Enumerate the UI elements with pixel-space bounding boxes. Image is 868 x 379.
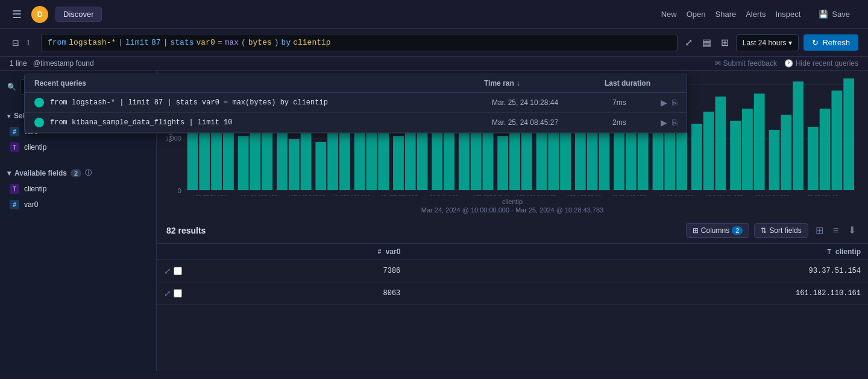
- rq-copy-button-1[interactable]: ⎘: [672, 98, 677, 107]
- svg-rect-12: [250, 129, 261, 190]
- available-field-name-clientip: clientip: [24, 185, 46, 193]
- collapse-button[interactable]: ⊟: [10, 36, 22, 50]
- top-nav-left: ☰ D Discover: [10, 5, 102, 24]
- open-button[interactable]: Open: [687, 10, 706, 19]
- save-icon: 💾: [819, 10, 828, 19]
- rq-col-query-label: Recent queries: [34, 79, 484, 88]
- query-bar-right: ⤢ ▤ ⊞ Last 24 hours ▾ ↻ Refresh: [682, 34, 858, 51]
- table-row: ⤢ 7386 93.37.51.154: [157, 260, 868, 282]
- svg-text:172.227.242.24: 172.227.242.24: [473, 194, 510, 196]
- rq-col-dur-label: Last duration: [605, 79, 677, 88]
- svg-rect-51: [754, 94, 765, 190]
- svg-rect-57: [831, 91, 842, 190]
- time-ran-label: Time ran: [484, 79, 514, 88]
- field-type-icon-var0: #: [10, 127, 19, 136]
- results-header-right: ⊞ Columns 2 ⇅ Sort fields ⊞ ≡ ⬇: [686, 222, 858, 238]
- query-from: from: [48, 38, 66, 47]
- svg-rect-7: [187, 133, 198, 190]
- rq-run-button-1[interactable]: ▶: [661, 98, 667, 107]
- query-input[interactable]: from logstash-* | limit 87 | stats var0 …: [41, 34, 678, 51]
- discover-button[interactable]: Discover: [55, 7, 102, 22]
- available-fields-header[interactable]: ▾ Available fields 2 ⓘ: [0, 165, 156, 181]
- line-number: 1: [27, 39, 36, 47]
- line-count: 1 line: [10, 59, 27, 68]
- row-2-action-group: ⤢: [164, 288, 186, 298]
- sort-fields-label: Sort fields: [769, 226, 801, 235]
- sort-icon: ⇅: [761, 226, 767, 235]
- available-field-clientip[interactable]: T clientip: [0, 181, 156, 197]
- chevron-down-icon: ▾: [788, 39, 792, 47]
- results-header: 82 results ⊞ Columns 2 ⇅ Sort fields ⊞ ≡…: [157, 217, 868, 244]
- new-button[interactable]: New: [661, 10, 677, 19]
- svg-rect-20: [354, 133, 365, 190]
- query-clientip: clientip: [293, 38, 330, 47]
- svg-text:13.32.240.121: 13.32.240.121: [659, 194, 694, 196]
- svg-text:168.131.246.185: 168.131.246.185: [516, 194, 556, 196]
- svg-rect-17: [315, 142, 326, 190]
- query-by: by: [281, 38, 291, 47]
- row-1-actions: ⤢: [157, 260, 193, 282]
- avatar-button[interactable]: D: [31, 6, 48, 23]
- rq-dur-1: 7ms: [612, 98, 661, 107]
- table-header-var0[interactable]: # var0: [193, 244, 407, 260]
- refresh-label: Refresh: [822, 38, 850, 47]
- refresh-icon: ↻: [812, 38, 819, 47]
- hamburger-button[interactable]: ☰: [10, 5, 24, 24]
- time-range-button[interactable]: Last 24 hours ▾: [736, 34, 799, 51]
- avail-type-icon-var0: #: [10, 200, 19, 209]
- available-field-var0[interactable]: # var0: [0, 197, 156, 212]
- svg-text:21.246.4.60: 21.246.4.60: [430, 194, 458, 196]
- rq-copy-button-2[interactable]: ⎘: [672, 118, 677, 127]
- columns-button[interactable]: ⊞ Columns 2: [686, 223, 749, 238]
- row-2-expand-button[interactable]: ⤢: [164, 288, 171, 298]
- svg-text:20.92.121.10: 20.92.121.10: [807, 194, 838, 196]
- recent-queries-dropdown: Recent queries Time ran ↓ Last duration …: [24, 74, 687, 133]
- table-view-button[interactable]: ⊞: [813, 222, 826, 238]
- rq-text-1: from logstash-* | limit 87 | stats var0 …: [50, 98, 492, 107]
- search-icon: 🔍: [7, 83, 16, 91]
- svg-rect-50: [742, 109, 753, 190]
- svg-rect-55: [808, 127, 819, 190]
- sub-bar: 1 line @timestamp found ✉ Submit feedbac…: [0, 57, 868, 71]
- rq-text-2: from kibana_sample_data_flights | limit …: [50, 118, 492, 127]
- recent-queries-header: Recent queries Time ran ↓ Last duration: [25, 74, 687, 93]
- row-2-actions: ⤢: [157, 282, 193, 305]
- rq-run-button-2[interactable]: ▶: [661, 118, 667, 127]
- row-1-clientip: 93.37.51.154: [407, 260, 868, 282]
- submit-feedback-button[interactable]: ✉ Submit feedback: [715, 59, 777, 68]
- var0-col-label: var0: [386, 247, 401, 256]
- hide-recent-queries-button[interactable]: 🕐 Hide recent queries: [784, 59, 858, 68]
- svg-rect-15: [289, 139, 300, 190]
- table-header-clientip[interactable]: T clientip: [407, 244, 868, 260]
- editor-mode-button[interactable]: ▤: [700, 34, 714, 51]
- inspect-button[interactable]: Inspect: [775, 10, 800, 19]
- sort-fields-button[interactable]: ⇅ Sort fields: [754, 223, 808, 238]
- top-nav: ☰ D Discover New Open Share Alerts Inspe…: [0, 0, 868, 29]
- columns-icon: ⊞: [693, 226, 699, 235]
- query-limit: limit: [125, 38, 149, 47]
- share-button[interactable]: Share: [715, 10, 737, 19]
- row-1-expand-button[interactable]: ⤢: [164, 266, 171, 276]
- row-1-checkbox[interactable]: [174, 267, 182, 275]
- timestamp-info: @timestamp found: [33, 59, 94, 68]
- svg-rect-14: [277, 131, 288, 190]
- clock-icon: 🕐: [784, 59, 793, 68]
- field-type-icon-clientip: T: [10, 142, 19, 152]
- recent-query-row-1[interactable]: from logstash-* | limit 87 | stats var0 …: [25, 93, 687, 113]
- query-logstash: logstash-*: [69, 38, 116, 47]
- top-nav-right: New Open Share Alerts Inspect 💾 Save: [661, 6, 858, 22]
- download-button[interactable]: ⬇: [846, 222, 858, 238]
- refresh-button[interactable]: ↻ Refresh: [804, 34, 858, 51]
- row-2-checkbox[interactable]: [174, 289, 182, 298]
- svg-text:13.243.161.137: 13.243.161.137: [705, 194, 743, 196]
- recent-query-row-2[interactable]: from kibana_sample_data_flights | limit …: [25, 113, 687, 133]
- expand-editor-button[interactable]: ⤢: [682, 34, 695, 51]
- chart-time-range: Mar 24, 2024 @ 10:00:00.000 - Mar 25, 20…: [166, 206, 858, 217]
- save-button[interactable]: 💾 Save: [810, 6, 858, 22]
- svg-rect-54: [793, 81, 804, 190]
- list-view-button[interactable]: ≡: [831, 223, 841, 238]
- svg-rect-53: [781, 115, 791, 190]
- selected-field-clientip[interactable]: T clientip: [0, 139, 156, 155]
- alerts-button[interactable]: Alerts: [746, 10, 766, 19]
- columns-toggle-button[interactable]: ⊞: [719, 34, 731, 51]
